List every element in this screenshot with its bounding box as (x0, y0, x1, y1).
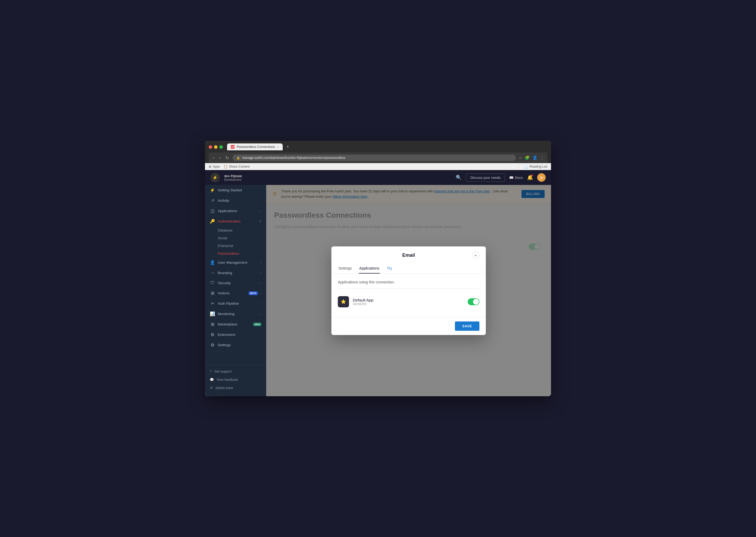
modal-footer: SAVE (331, 317, 486, 335)
app-info: Default App GENERIC (353, 298, 464, 306)
share-icon: 📋 (224, 165, 228, 168)
sidebar-item-actions[interactable]: ⊞ Actions BETA › (205, 288, 266, 298)
browser-titlebar: A0 Passwordless Connections × + ‹ › ↻ 🔒 … (205, 141, 551, 163)
tab-settings[interactable]: Settings (338, 264, 353, 273)
minimize-traffic-light[interactable] (214, 145, 218, 149)
refresh-button[interactable]: ↻ (225, 155, 230, 161)
lock-icon: 🔒 (236, 156, 240, 160)
feedback-icon: 💬 (210, 378, 214, 382)
sidebar-item-extensions[interactable]: ⚙ Extensions (205, 329, 266, 340)
notifications-button[interactable]: 🔔 (527, 175, 533, 181)
tab-close-button[interactable]: × (277, 145, 279, 148)
sidebar-item-applications[interactable]: ◫ Applications › (205, 206, 266, 216)
back-button[interactable]: ‹ (212, 155, 215, 161)
address-bar[interactable]: 🔒 manage.auth0.com/dashboard/us/dev-fhjt… (233, 155, 516, 161)
app-toggle-button[interactable] (468, 298, 480, 305)
app-body: ⚡ Getting Started ↗ Activity ◫ Applicati… (205, 185, 551, 396)
save-button[interactable]: SAVE (455, 321, 480, 331)
search-button[interactable]: 🔍 (456, 175, 462, 181)
tab-try[interactable]: Try (386, 264, 393, 273)
app-type: GENERIC (353, 302, 464, 306)
sidebar-item-branding[interactable]: → Branding › (205, 268, 266, 278)
tab-favicon: A0 (231, 145, 234, 149)
sidebar-item-settings[interactable]: ⚙ Settings (205, 340, 266, 350)
docs-button[interactable]: 📖 Docs (509, 176, 523, 180)
sidebar-item-security[interactable]: 🛡 Security › (205, 278, 266, 288)
sidebar-item-user-management[interactable]: 👤 User Management › (205, 257, 266, 268)
tab-applications[interactable]: Applications (359, 264, 380, 273)
bookmark-apps[interactable]: ⊞ Apps (209, 165, 220, 168)
bookmark-icon[interactable]: ☆ (519, 155, 522, 160)
sidebar-label-activity: Activity (218, 198, 261, 202)
applications-icon: ◫ (210, 208, 215, 213)
sidebar-subitem-database[interactable]: Database (205, 227, 266, 234)
maximize-traffic-light[interactable] (219, 145, 223, 149)
notification-dot (531, 175, 533, 177)
authentication-icon: 🔑 (210, 219, 215, 224)
tenant-name: dev-fhjteaie (224, 174, 242, 178)
apps-grid-icon: ⊞ (209, 165, 211, 168)
close-traffic-light[interactable] (209, 145, 212, 149)
marketplace-badge: NEW (253, 322, 261, 326)
security-chevron: › (260, 281, 261, 284)
sidebar-label-monitoring: Monitoring (218, 312, 258, 316)
more-icon[interactable]: ⋮ (540, 155, 544, 160)
sidebar-switch-back[interactable]: ↺ Switch back (205, 384, 266, 392)
sidebar-divider (205, 352, 266, 352)
auth-pipeline-chevron: › (260, 302, 261, 305)
user-management-icon: 👤 (210, 260, 215, 265)
activity-icon: ↗ (210, 198, 215, 203)
tenant-selector[interactable]: dev-fhjteaie Development (224, 174, 242, 181)
forward-button[interactable]: › (218, 155, 222, 161)
switch-back-icon: ↺ (210, 386, 213, 390)
sidebar-get-support[interactable]: ? Get support (205, 367, 266, 376)
extensions-icon[interactable]: 🧩 (525, 155, 530, 160)
bookmarks-separator (518, 165, 518, 168)
sidebar-label-settings: Settings (218, 343, 261, 347)
active-tab[interactable]: A0 Passwordless Connections × (227, 144, 283, 150)
modal-close-button[interactable]: × (472, 252, 480, 259)
modal-title: Email (345, 253, 472, 258)
monitoring-icon: 📊 (210, 311, 215, 316)
bookmark-share[interactable]: 📋 Share Content (224, 165, 249, 168)
new-tab-button[interactable]: + (285, 144, 291, 150)
user-avatar-button[interactable]: U (537, 173, 546, 182)
modal-section-title: Applications using this connection. (338, 280, 480, 284)
auth-subitems: Database Social Enterprise Passwordless (205, 227, 266, 257)
sidebar-footer: ? Get support 💬 Give feedback ↺ Switch b… (205, 365, 266, 392)
sidebar-item-getting-started[interactable]: ⚡ Getting Started (205, 185, 266, 195)
modal-tabs: Settings Applications Try (331, 264, 486, 273)
branding-chevron: › (260, 271, 261, 274)
app-logo[interactable]: ⚡ (210, 173, 220, 182)
sidebar-subitem-passwordless[interactable]: Passwordless (205, 250, 266, 257)
sidebar-label-authentication: Authentication (218, 219, 257, 223)
sidebar-item-monitoring[interactable]: 📊 Monitoring › (205, 309, 266, 319)
app-topnav: ⚡ dev-fhjteaie Development 🔍 Discuss you… (205, 170, 551, 185)
main-content: 🗓 Thank you for purchasing the Free Auth… (266, 185, 551, 396)
bookmarks-bar: ⊞ Apps 📋 Share Content 📃 Reading List (205, 163, 551, 170)
bookmark-reading-list[interactable]: 📃 Reading List (524, 165, 547, 168)
sidebar-label-user-management: User Management (218, 261, 258, 265)
sidebar-subitem-social[interactable]: Social (205, 234, 266, 242)
sidebar-item-marketplace[interactable]: ⊞ Marketplace NEW (205, 319, 266, 329)
email-modal: Email × Settings Applications Try Applic… (331, 246, 486, 335)
modal-body: Applications using this connection. ⭐ De… (331, 273, 486, 317)
logo-icon: ⚡ (212, 175, 218, 180)
sidebar-label-applications: Applications (218, 209, 258, 213)
authentication-chevron: ∨ (259, 220, 261, 223)
sidebar-item-authentication[interactable]: 🔑 Authentication ∨ (205, 216, 266, 227)
sidebar-item-auth-pipeline[interactable]: ✂ Auth Pipeline › (205, 298, 266, 309)
app-name: Default App (353, 298, 464, 302)
marketplace-icon: ⊞ (210, 322, 215, 327)
profile-icon[interactable]: 👤 (532, 155, 537, 160)
modal-divider (338, 288, 480, 289)
sidebar-subitem-enterprise[interactable]: Enterprise (205, 242, 266, 250)
sidebar-give-feedback[interactable]: 💬 Give feedback (205, 376, 266, 384)
actions-chevron: › (260, 292, 261, 295)
discuss-needs-button[interactable]: Discuss your needs (466, 174, 505, 182)
sidebar-label-marketplace: Marketplace (218, 322, 250, 326)
support-icon: ? (210, 370, 212, 373)
app-container: ⚡ dev-fhjteaie Development 🔍 Discuss you… (205, 170, 551, 396)
sidebar-label-actions: Actions (218, 291, 246, 295)
sidebar-item-activity[interactable]: ↗ Activity (205, 195, 266, 206)
